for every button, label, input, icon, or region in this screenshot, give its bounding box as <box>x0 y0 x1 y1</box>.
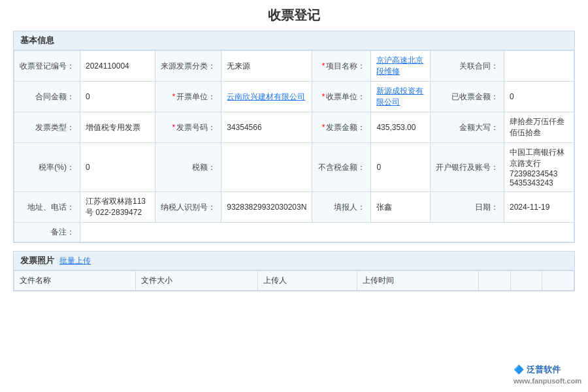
label-drawer-unit: *开票单位： <box>155 82 221 112</box>
value-drawer-unit[interactable]: 云南欣兴建材有限公司 <box>221 82 312 112</box>
watermark-url: www.fanpusoft.com <box>514 377 581 385</box>
value-contract-amount: 0 <box>80 82 155 112</box>
label-invoice-no: *发票号码： <box>155 112 221 143</box>
label-tax-rate: 税率(%)： <box>14 143 80 192</box>
label-bank-account: 开户银行及账号： <box>431 143 504 192</box>
file-table-header-row: 文件名称 文件大小 上传人 上传时间 <box>14 271 574 291</box>
table-row: 税率(%)： 0 税额： 不含税金额： 0 开户银行及账号： 中国工商银行林京路… <box>14 143 574 192</box>
value-tax-id: 93283829932030203N <box>221 192 312 223</box>
value-date: 2024-11-19 <box>504 192 574 223</box>
value-bank-account: 中国工商银行林京路支行723982345435435343243 <box>504 143 574 192</box>
file-section-title: 发票照片 <box>20 255 54 267</box>
basic-info-header: 基本信息 <box>14 31 574 50</box>
col-action1 <box>478 271 510 291</box>
label-tax-id: 纳税人识别号： <box>155 192 221 223</box>
value-project-name[interactable]: 京沪高速北京段维修 <box>371 51 431 82</box>
label-address-phone: 地址、电话： <box>14 192 80 223</box>
batch-upload-button[interactable]: 批量上传 <box>59 255 91 267</box>
col-filesize: 文件大小 <box>136 271 257 291</box>
value-source-type: 无来源 <box>221 51 312 82</box>
col-action2 <box>510 271 542 291</box>
col-action3 <box>542 271 574 291</box>
col-uploader: 上传人 <box>257 271 357 291</box>
page-wrapper: 收票登记 基本信息 收票登记编号： 2024110004 来源发票分类： 无来源… <box>0 0 588 392</box>
label-contract-amount: 合同金额： <box>14 82 80 112</box>
label-source-type: 来源发票分类： <box>155 51 221 82</box>
value-reporter: 张鑫 <box>371 192 431 223</box>
watermark-icon: 🔷 <box>514 365 524 374</box>
value-received-amount: 0 <box>504 82 574 112</box>
label-reporter: 填报人： <box>312 192 371 223</box>
table-row: 备注： <box>14 223 574 242</box>
value-record-no: 2024110004 <box>80 51 155 82</box>
value-invoice-amount: 435,353.00 <box>371 112 431 143</box>
value-invoice-type: 增值税专用发票 <box>80 112 155 143</box>
label-tax-amount: 税额： <box>155 143 221 192</box>
value-amount-in-words: 肆拾叁万伍仟叁佰伍拾叁 <box>504 112 574 143</box>
value-invoice-no: 34354566 <box>221 112 312 143</box>
table-row: 收票登记编号： 2024110004 来源发票分类： 无来源 *项目名称： 京沪… <box>14 51 574 82</box>
value-related-contract <box>504 51 574 82</box>
table-row: 地址、电话： 江苏省双林路113号 022-2839472 纳税人识别号： 93… <box>14 192 574 223</box>
page-title: 收票登记 <box>13 7 575 24</box>
basic-info-section: 基本信息 收票登记编号： 2024110004 来源发票分类： 无来源 *项目名… <box>13 31 575 243</box>
watermark: 🔷 泛普软件 www.fanpusoft.com <box>514 364 581 385</box>
value-tax-amount <box>221 143 312 192</box>
label-amount-in-words: 金额大写： <box>431 112 504 143</box>
label-note: 备注： <box>14 223 80 242</box>
basic-info-table: 收票登记编号： 2024110004 来源发票分类： 无来源 *项目名称： 京沪… <box>14 50 574 242</box>
label-invoice-type: 发票类型： <box>14 112 80 143</box>
label-project-name: *项目名称： <box>312 51 371 82</box>
label-related-contract: 关联合同： <box>431 51 504 82</box>
watermark-name: 泛普软件 <box>527 365 561 374</box>
value-note <box>80 223 574 242</box>
value-receiver-unit[interactable]: 新源成投资有限公司 <box>371 82 431 112</box>
label-pretax-amount: 不含税金额： <box>312 143 371 192</box>
value-pretax-amount: 0 <box>371 143 431 192</box>
label-record-no: 收票登记编号： <box>14 51 80 82</box>
label-date: 日期： <box>431 192 504 223</box>
col-filename: 文件名称 <box>14 271 136 291</box>
table-row: 发票类型： 增值税专用发票 *发票号码： 34354566 *发票金额： 435… <box>14 112 574 143</box>
value-tax-rate: 0 <box>80 143 155 192</box>
label-receiver-unit: *收票单位： <box>312 82 371 112</box>
file-section-header: 发票照片 批量上传 <box>14 252 574 270</box>
file-section: 发票照片 批量上传 文件名称 文件大小 上传人 上传时间 <box>13 251 575 291</box>
label-received-amount: 已收票金额： <box>431 82 504 112</box>
label-invoice-amount: *发票金额： <box>312 112 371 143</box>
value-address-phone: 江苏省双林路113号 022-2839472 <box>80 192 155 223</box>
file-table: 文件名称 文件大小 上传人 上传时间 <box>14 270 574 291</box>
col-upload-time: 上传时间 <box>357 271 478 291</box>
table-row: 合同金额： 0 *开票单位： 云南欣兴建材有限公司 *收票单位： 新源成投资有限… <box>14 82 574 112</box>
